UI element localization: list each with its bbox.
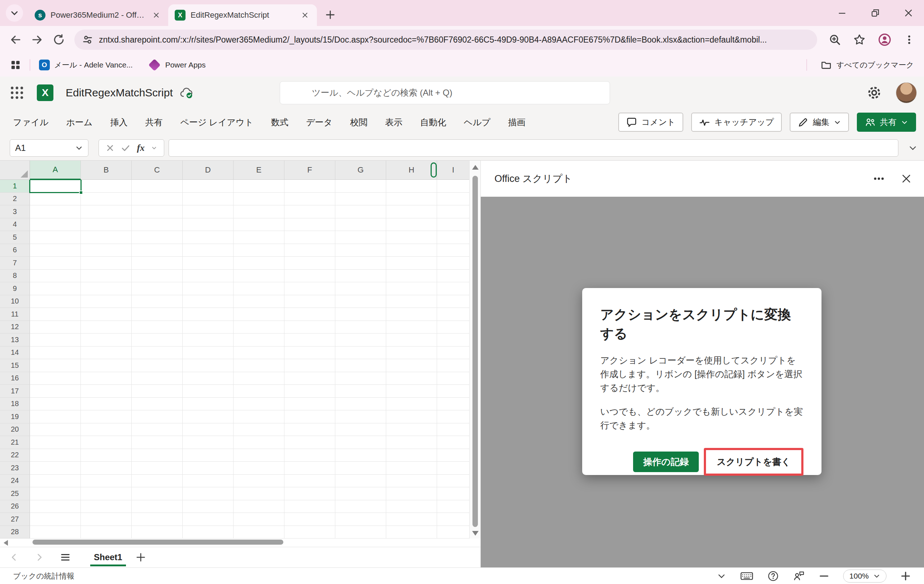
address-bar[interactable]: zntxd.sharepoint.com/:x:/r/sites/Power36…: [74, 30, 817, 50]
cell-H4[interactable]: [386, 218, 437, 231]
cell-F19[interactable]: [284, 411, 335, 423]
formula-input[interactable]: [168, 139, 898, 157]
horizontal-scrollbar-thumb[interactable]: [33, 539, 283, 544]
cell-G21[interactable]: [335, 436, 386, 449]
active-cell-A1[interactable]: [29, 180, 82, 193]
cell-G28[interactable]: [335, 526, 386, 539]
cell-D28[interactable]: [183, 526, 234, 539]
cell-A5[interactable]: [30, 231, 81, 244]
zoom-in-icon[interactable]: [900, 571, 911, 581]
column-header-G[interactable]: G: [335, 161, 386, 180]
ribbon-tab-データ[interactable]: データ: [306, 117, 332, 128]
cell-A3[interactable]: [30, 205, 81, 218]
search-input[interactable]: [280, 81, 610, 104]
comments-button[interactable]: コメント: [618, 112, 683, 132]
cell-I8[interactable]: [437, 270, 469, 283]
cell-G1[interactable]: [335, 180, 386, 193]
cell-C1[interactable]: [132, 180, 183, 193]
cell-E3[interactable]: [234, 205, 284, 218]
cell-B6[interactable]: [81, 244, 132, 257]
cell-G27[interactable]: [335, 513, 386, 526]
back-icon[interactable]: [9, 33, 21, 46]
row-header-20[interactable]: 20: [0, 423, 30, 436]
reload-icon[interactable]: [53, 33, 65, 46]
cell-G19[interactable]: [335, 411, 386, 423]
cell-B11[interactable]: [81, 308, 132, 321]
bookmark-star-icon[interactable]: [853, 33, 866, 46]
close-tab-icon[interactable]: [300, 10, 310, 21]
cell-C18[interactable]: [132, 398, 183, 411]
cell-G26[interactable]: [335, 500, 386, 513]
cell-E5[interactable]: [234, 231, 284, 244]
cell-C21[interactable]: [132, 436, 183, 449]
cell-G13[interactable]: [335, 333, 386, 346]
cell-B16[interactable]: [81, 372, 132, 385]
cell-I18[interactable]: [437, 398, 469, 411]
cell-A4[interactable]: [30, 218, 81, 231]
cell-H17[interactable]: [386, 385, 437, 398]
cell-B9[interactable]: [81, 282, 132, 295]
cell-F9[interactable]: [284, 282, 335, 295]
cell-I20[interactable]: [437, 423, 469, 436]
vertical-scrollbar[interactable]: [469, 161, 480, 538]
cell-D25[interactable]: [183, 487, 234, 500]
cell-A12[interactable]: [30, 321, 81, 334]
cell-F8[interactable]: [284, 270, 335, 283]
cancel-entry-icon[interactable]: [106, 144, 114, 152]
cell-H7[interactable]: [386, 257, 437, 270]
cell-B27[interactable]: [81, 513, 132, 526]
cell-D8[interactable]: [183, 270, 234, 283]
cell-B5[interactable]: [81, 231, 132, 244]
cell-G18[interactable]: [335, 398, 386, 411]
ribbon-tab-挿入[interactable]: 挿入: [110, 117, 127, 128]
cell-D16[interactable]: [183, 372, 234, 385]
workbook-statistics-button[interactable]: ブックの統計情報: [13, 571, 74, 581]
cell-F13[interactable]: [284, 333, 335, 346]
cell-G25[interactable]: [335, 487, 386, 500]
row-header-10[interactable]: 10: [0, 295, 30, 308]
cell-H10[interactable]: [386, 295, 437, 308]
cell-C26[interactable]: [132, 500, 183, 513]
cell-D14[interactable]: [183, 346, 234, 360]
row-header-19[interactable]: 19: [0, 411, 30, 423]
cell-I19[interactable]: [437, 411, 469, 423]
cell-D24[interactable]: [183, 475, 234, 488]
cell-E22[interactable]: [234, 449, 284, 462]
cell-C20[interactable]: [132, 423, 183, 436]
cell-F10[interactable]: [284, 295, 335, 308]
cell-B3[interactable]: [81, 205, 132, 218]
status-chevron-icon[interactable]: [717, 571, 726, 581]
cell-F2[interactable]: [284, 193, 335, 206]
row-header-22[interactable]: 22: [0, 449, 30, 462]
cell-E24[interactable]: [234, 475, 284, 488]
bookmark-mail[interactable]: O メール - Adele Vance...: [39, 59, 133, 70]
cell-C23[interactable]: [132, 462, 183, 475]
cell-I15[interactable]: [437, 359, 469, 372]
cell-E13[interactable]: [234, 333, 284, 346]
browser-menu-icon[interactable]: [904, 34, 915, 45]
cell-G24[interactable]: [335, 475, 386, 488]
cell-D2[interactable]: [183, 193, 234, 206]
cell-A19[interactable]: [30, 411, 81, 423]
cell-E9[interactable]: [234, 282, 284, 295]
cell-H16[interactable]: [386, 372, 437, 385]
cell-G23[interactable]: [335, 462, 386, 475]
cell-B15[interactable]: [81, 359, 132, 372]
app-launcher-waffle-icon[interactable]: [9, 85, 25, 101]
new-tab-button[interactable]: [325, 9, 336, 20]
scroll-down-arrow-icon[interactable]: [472, 531, 478, 536]
cell-C10[interactable]: [132, 295, 183, 308]
cell-F15[interactable]: [284, 359, 335, 372]
cell-F27[interactable]: [284, 513, 335, 526]
cell-E17[interactable]: [234, 385, 284, 398]
column-header-E[interactable]: E: [234, 161, 284, 180]
cell-B22[interactable]: [81, 449, 132, 462]
next-sheet-icon[interactable]: [35, 553, 44, 562]
cell-C14[interactable]: [132, 346, 183, 360]
cell-F4[interactable]: [284, 218, 335, 231]
column-header-D[interactable]: D: [183, 161, 234, 180]
cell-A6[interactable]: [30, 244, 81, 257]
more-options-icon[interactable]: [873, 173, 885, 185]
cell-I4[interactable]: [437, 218, 469, 231]
cell-G5[interactable]: [335, 231, 386, 244]
